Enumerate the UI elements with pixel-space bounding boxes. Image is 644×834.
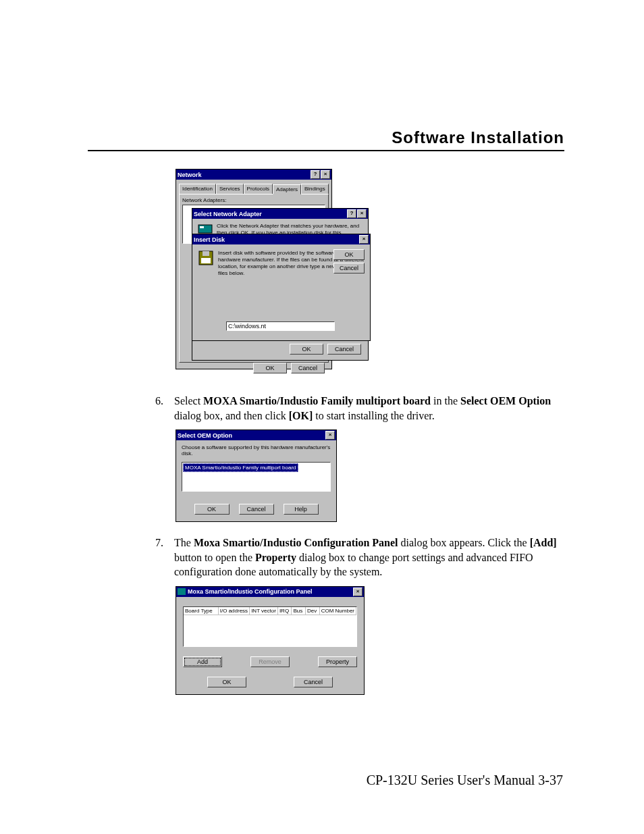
col-io-address: I/O address (219, 607, 250, 615)
t: Select (174, 395, 203, 407)
step-number: 7. (155, 536, 174, 579)
col-board-type: Board Type (184, 607, 219, 615)
t: dialog box, and then click (174, 410, 289, 421)
screenshot-network-cluster: Network ? × Identification Services Prot… (176, 169, 369, 380)
help-icon[interactable]: ? (347, 209, 356, 218)
tab-services[interactable]: Services (216, 184, 244, 194)
close-icon[interactable]: × (353, 588, 363, 596)
config-title: Moxa Smartio/Industio Configuration Pane… (188, 588, 313, 595)
step-6: 6. Select MOXA Smartio/Industio Family m… (155, 394, 563, 423)
adapters-label: Network Adapters: (182, 197, 325, 203)
t: Property (255, 552, 296, 563)
property-button[interactable]: Property (318, 656, 357, 667)
t: The (174, 537, 194, 548)
select-adapter-title: Select Network Adapter (194, 211, 262, 217)
t: [Add] (530, 537, 557, 548)
remove-button[interactable]: Remove (250, 656, 290, 667)
svg-rect-3 (203, 251, 209, 256)
col-com-number: COM Number (320, 607, 356, 615)
config-panel-window: Moxa Smartio/Industio Configuration Pane… (176, 586, 365, 695)
config-ok-button[interactable]: OK (207, 677, 246, 687)
add-button[interactable]: Add (183, 656, 222, 667)
floppy-icon (198, 250, 214, 266)
t: in the (431, 395, 460, 407)
tab-protocols[interactable]: Protocols (244, 184, 273, 194)
oem-selected-item[interactable]: MOXA Smartio/Industio Family multiport b… (183, 463, 298, 472)
t: dialog box appears. Click the (398, 537, 530, 548)
insert-disk-window: Insert Disk × Insert disk with software … (192, 234, 371, 341)
page-footer: CP-132U Series User's Manual 3-37 (367, 773, 563, 788)
close-icon[interactable]: × (321, 170, 330, 179)
col-bus: Bus (292, 607, 306, 615)
oem-help-button[interactable]: Help (284, 504, 319, 515)
svg-rect-4 (201, 258, 211, 263)
t: Select OEM Option (460, 395, 551, 407)
t: Moxa Smartio/Industio Configuration Pane… (194, 537, 398, 548)
close-icon[interactable]: × (357, 209, 367, 218)
close-icon[interactable]: × (325, 431, 335, 440)
svg-rect-0 (198, 225, 212, 233)
oem-title: Select OEM Option (178, 432, 232, 439)
col-irq: IRQ (278, 607, 292, 615)
select-adapter-ok-button[interactable]: OK (290, 344, 323, 355)
help-icon[interactable]: ? (311, 170, 320, 179)
close-icon[interactable]: × (359, 235, 369, 244)
tab-bindings[interactable]: Bindings (301, 184, 329, 194)
svg-rect-5 (178, 588, 186, 595)
insert-disk-cancel-button[interactable]: Cancel (333, 263, 365, 273)
t: MOXA Smartio/Industio Family multiport b… (203, 395, 431, 407)
network-cancel-button[interactable]: Cancel (291, 363, 325, 373)
oem-list[interactable]: MOXA Smartio/Industio Family multiport b… (182, 462, 331, 492)
page-header: Software Installation (88, 128, 564, 150)
config-cancel-button[interactable]: Cancel (294, 677, 333, 687)
board-table[interactable]: Board Type I/O address INT vector IRQ Bu… (183, 606, 357, 647)
select-adapter-cancel-button[interactable]: Cancel (327, 344, 361, 355)
col-int-vector: INT vector (250, 607, 278, 615)
step-number: 6. (155, 394, 174, 423)
insert-disk-title: Insert Disk (194, 236, 225, 243)
col-dev: Dev (306, 607, 320, 615)
select-oem-window: Select OEM Option × Choose a software su… (176, 429, 337, 522)
oem-cancel-button[interactable]: Cancel (239, 504, 274, 515)
moxa-icon (178, 588, 186, 595)
network-ok-button[interactable]: OK (253, 363, 287, 373)
tab-adapters[interactable]: Adapters (273, 184, 301, 194)
network-title: Network (178, 172, 202, 178)
t: button to open the (174, 552, 255, 563)
t: to start installing the driver. (313, 410, 434, 421)
t: [OK] (289, 410, 313, 421)
network-tabs: Identification Services Protocols Adapte… (179, 184, 329, 194)
svg-rect-1 (200, 226, 204, 228)
tab-identification[interactable]: Identification (179, 184, 216, 194)
oem-ok-button[interactable]: OK (194, 504, 230, 515)
step-7: 7. The Moxa Smartio/Industio Configurati… (155, 536, 563, 579)
path-input[interactable]: C:\windows.nt (226, 321, 335, 331)
oem-label: Choose a software supported by this hard… (182, 444, 331, 457)
insert-disk-ok-button[interactable]: OK (333, 249, 365, 260)
